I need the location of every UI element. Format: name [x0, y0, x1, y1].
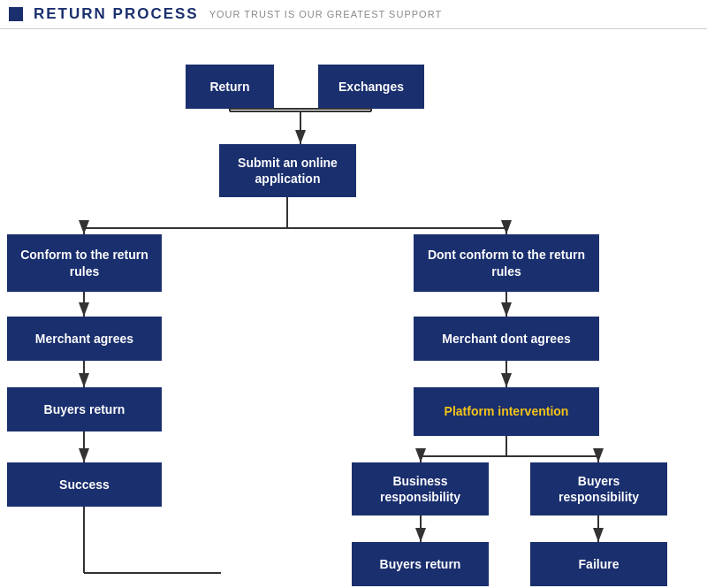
header-subtitle: YOUR TRUST IS OUR GREATEST SUPPORT — [209, 9, 442, 19]
submit-box: Submit an online application — [219, 144, 356, 197]
success-box: Success — [7, 462, 162, 507]
exchanges-box: Exchanges — [318, 65, 424, 109]
buyers-resp-box: Buyers responsibility — [530, 462, 667, 515]
conform-box: Conform to the return rules — [7, 234, 162, 292]
header-icon — [9, 7, 23, 21]
dont-conform-box: Dont conform to the return rules — [414, 234, 599, 292]
merchant-dont-box: Merchant dont agrees — [414, 317, 599, 361]
buyers-return-left-box: Buyers return — [7, 387, 162, 431]
business-resp-box: Business responsibility — [352, 462, 489, 515]
diagram: Return Exchanges Submit an online applic… — [0, 29, 707, 586]
buyers-return-right-box: Buyers return — [352, 542, 489, 586]
return-box: Return — [186, 65, 274, 109]
platform-box: Platform intervention — [414, 387, 599, 436]
failure-box: Failure — [530, 542, 667, 586]
header: RETURN PROCESS YOUR TRUST IS OUR GREATES… — [0, 0, 707, 29]
header-title: RETURN PROCESS — [34, 5, 199, 23]
merchant-agrees-box: Merchant agrees — [7, 317, 162, 361]
